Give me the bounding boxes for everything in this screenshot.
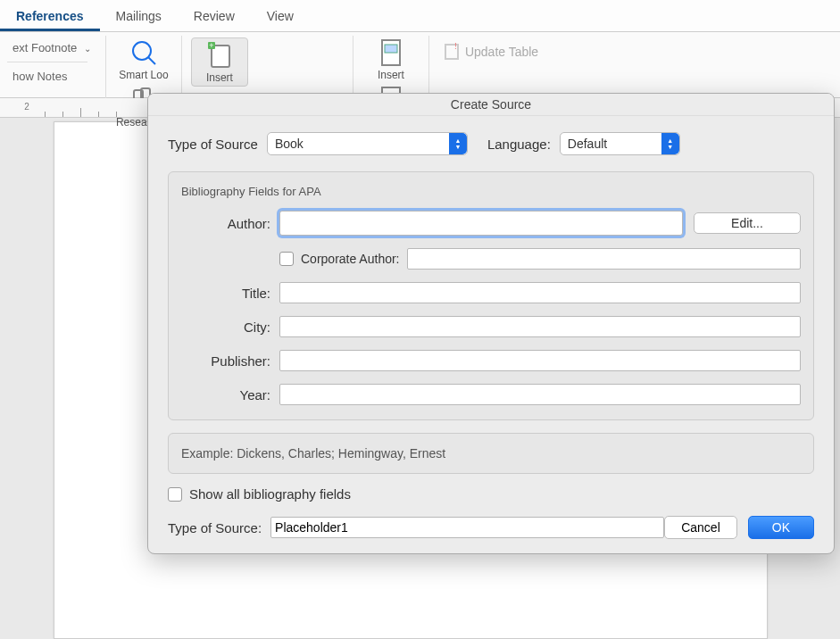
type-of-source-value: Book <box>275 137 304 151</box>
ribbon-tabs: References Mailings Review View <box>0 0 840 32</box>
title-row: Title: <box>181 282 801 303</box>
cancel-button[interactable]: Cancel <box>664 516 737 539</box>
year-input[interactable] <box>279 384 801 405</box>
chevron-down-icon: ⌄ <box>84 44 91 54</box>
ruler-number: 2 <box>24 102 29 112</box>
language-select[interactable]: Default ▲▼ <box>560 132 680 155</box>
book-plus-icon: + <box>204 40 235 71</box>
create-source-dialog: Create Source Type of Source Book ▲▼ Lan… <box>147 93 835 554</box>
publisher-row: Publisher: <box>181 350 801 371</box>
corporate-author-input[interactable] <box>407 248 801 270</box>
city-label: City: <box>181 320 270 335</box>
show-all-label: Show all bibliography fields <box>189 486 351 502</box>
svg-text:+: + <box>209 41 213 50</box>
show-all-checkbox[interactable] <box>168 487 182 502</box>
tab-references[interactable]: References <box>0 4 100 31</box>
title-input[interactable] <box>279 282 801 303</box>
language-label: Language: <box>487 137 551 152</box>
tab-mailings[interactable]: Mailings <box>100 4 178 31</box>
tag-row: Type of Source: Cancel OK <box>168 516 814 539</box>
type-language-row: Type of Source Book ▲▼ Language: Default… <box>168 132 814 155</box>
edit-author-button[interactable]: Edit... <box>694 212 801 234</box>
city-row: City: <box>181 316 801 337</box>
update-table-label: Update Table <box>465 45 538 59</box>
show-notes-button[interactable]: how Notes <box>7 66 72 87</box>
dialog-title: Create Source <box>148 94 834 116</box>
update-table-button: ! Update Table <box>438 37 544 66</box>
corporate-author-label: Corporate Author: <box>301 252 400 266</box>
publisher-label: Publisher: <box>181 353 270 369</box>
tag-label: Type of Source: <box>168 520 262 535</box>
show-all-row: Show all bibliography fields <box>168 486 814 502</box>
fieldset-legend: Bibliography Fields for APA <box>181 185 801 198</box>
svg-rect-10 <box>385 45 397 53</box>
svg-line-1 <box>148 57 155 64</box>
type-of-source-label: Type of Source <box>168 137 258 152</box>
next-footnote-label: ext Footnote <box>12 41 77 54</box>
author-label: Author: <box>181 216 270 231</box>
corporate-author-row: Corporate Author: <box>279 248 801 270</box>
author-row: Author: Edit... <box>181 211 801 236</box>
update-icon: ! <box>444 43 460 61</box>
smart-lookup-button[interactable]: Smart Loo <box>115 37 172 81</box>
tag-name-input[interactable] <box>270 517 664 538</box>
publisher-input[interactable] <box>279 350 801 371</box>
insert-citation-label: Insert <box>206 72 233 84</box>
tab-review[interactable]: Review <box>178 4 251 31</box>
year-label: Year: <box>181 387 270 402</box>
language-value: Default <box>568 137 607 151</box>
insert-bibliography-button[interactable]: Insert <box>362 37 420 81</box>
title-label: Title: <box>181 286 270 301</box>
select-arrows-icon: ▲▼ <box>661 133 679 154</box>
ok-button[interactable]: OK <box>748 516 814 539</box>
insert-bibliography-label: Insert <box>378 70 404 81</box>
svg-text:!: ! <box>454 43 457 51</box>
example-box: Example: Dickens, Charles; Hemingway, Er… <box>168 433 814 474</box>
document-image-icon <box>376 37 406 68</box>
year-row: Year: <box>181 384 801 405</box>
magnifier-icon <box>129 37 159 68</box>
smart-lookup-label: Smart Loo <box>119 70 168 81</box>
select-arrows-icon: ▲▼ <box>449 133 467 154</box>
author-input[interactable] <box>279 211 683 236</box>
bibliography-fieldset: Bibliography Fields for APA Author: Edit… <box>168 171 814 420</box>
type-of-source-select[interactable]: Book ▲▼ <box>267 132 468 155</box>
tab-view[interactable]: View <box>251 4 310 31</box>
city-input[interactable] <box>279 316 801 337</box>
ribbon-toolbar: ext Footnote ⌄ how Notes Smart Loo Resea… <box>0 32 840 98</box>
next-footnote-button[interactable]: ext Footnote ⌄ <box>7 37 96 58</box>
insert-citation-button[interactable]: + Insert <box>191 37 248 87</box>
corporate-author-checkbox[interactable] <box>279 252 294 266</box>
